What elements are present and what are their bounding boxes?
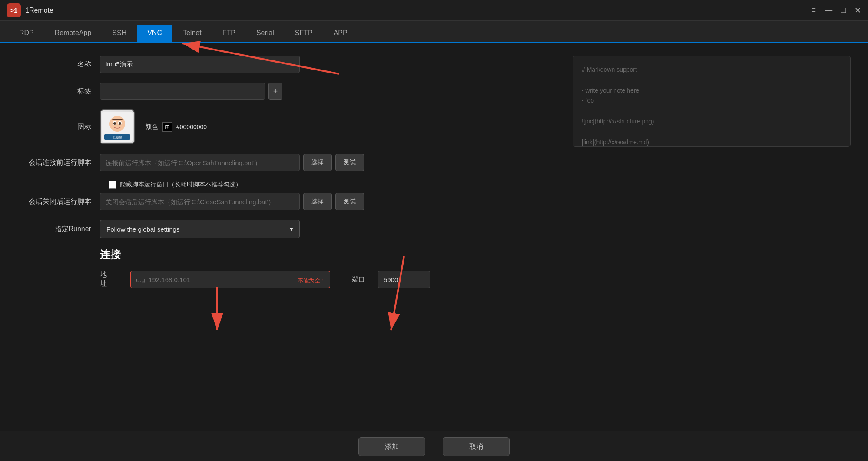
script-after-select-button[interactable]: 选择 bbox=[303, 193, 332, 210]
script-after-test-button[interactable]: 测试 bbox=[335, 193, 364, 210]
window-controls[interactable]: ≡ — □ ✕ bbox=[812, 6, 861, 15]
script-before-section: 会话连接前运行脚本 选择 测试 隐藏脚本运行窗口（长耗时脚本不推荐勾选） bbox=[17, 154, 560, 189]
svg-point-1 bbox=[109, 116, 125, 132]
cancel-button[interactable]: 取消 bbox=[443, 437, 510, 456]
tab-telnet[interactable]: Telnet bbox=[172, 25, 212, 43]
connect-row: 地址 不能为空！ 端口 bbox=[100, 270, 560, 289]
icon-section: 活草屋 颜色 ⊞ #00000000 bbox=[100, 109, 207, 144]
runner-dropdown-icon: ▾ bbox=[290, 225, 293, 233]
script-after-row: 会话关闭后运行脚本 选择 测试 bbox=[17, 193, 560, 210]
name-row: 名称 bbox=[17, 56, 560, 73]
notes-line8: [link](http://x/readme.md) bbox=[582, 137, 841, 148]
script-before-select-button[interactable]: 选择 bbox=[303, 154, 332, 171]
footer-bar: 添加 取消 bbox=[0, 431, 868, 461]
title-bar: >1 1Remote ≡ — □ ✕ bbox=[0, 0, 868, 21]
color-row: 颜色 ⊞ #00000000 bbox=[145, 122, 207, 132]
name-input[interactable] bbox=[100, 56, 300, 73]
hide-window-row: 隐藏脚本运行窗口（长耗时脚本不推荐勾选） bbox=[109, 181, 560, 189]
notes-line4: - foo bbox=[582, 96, 841, 106]
icon-anime-image: 活草屋 bbox=[101, 110, 134, 143]
app-title: 1Remote bbox=[25, 7, 812, 14]
app-logo: >1 bbox=[7, 3, 21, 17]
runner-label: 指定Runner bbox=[17, 225, 100, 234]
main-content: 名称 标签 + 图标 bbox=[0, 43, 868, 431]
tab-rdp[interactable]: RDP bbox=[9, 25, 44, 43]
tab-ftp[interactable]: FTP bbox=[212, 25, 246, 43]
svg-point-4 bbox=[113, 122, 116, 125]
port-input[interactable] bbox=[378, 271, 430, 288]
tab-bar: RDP RemoteApp SSH VNC Telnet FTP Serial … bbox=[0, 21, 868, 43]
notes-line7 bbox=[582, 127, 841, 137]
tag-label: 标签 bbox=[17, 87, 100, 96]
script-after-label: 会话关闭后运行脚本 bbox=[17, 197, 100, 206]
notes-line2 bbox=[582, 75, 841, 86]
notes-panel: # Markdown support - write your note her… bbox=[573, 56, 851, 147]
notes-line5 bbox=[582, 106, 841, 116]
color-value: #00000000 bbox=[176, 123, 207, 130]
tag-input-group: + bbox=[100, 83, 282, 100]
runner-row: 指定Runner Follow the global settings ▾ bbox=[17, 220, 560, 238]
runner-value: Follow the global settings bbox=[106, 226, 179, 233]
runner-select[interactable]: Follow the global settings ▾ bbox=[100, 220, 300, 238]
notes-line3: - write your note here bbox=[582, 86, 841, 96]
hide-window-label: 隐藏脚本运行窗口（长耗时脚本不推荐勾选） bbox=[120, 181, 242, 189]
hide-window-checkbox[interactable] bbox=[109, 181, 116, 189]
connect-title: 连接 bbox=[100, 248, 560, 262]
script-before-row: 会话连接前运行脚本 选择 测试 bbox=[17, 154, 560, 171]
menu-icon[interactable]: ≡ bbox=[812, 6, 816, 15]
address-error-text: 不能为空！ bbox=[298, 277, 326, 285]
tag-row: 标签 + bbox=[17, 83, 560, 100]
maximize-icon[interactable]: □ bbox=[841, 6, 846, 15]
script-before-input-group: 选择 测试 bbox=[100, 154, 364, 171]
name-label: 名称 bbox=[17, 60, 100, 69]
tab-ssh[interactable]: SSH bbox=[102, 25, 137, 43]
connect-section: 连接 地址 不能为空！ 端口 bbox=[100, 248, 560, 289]
color-swatch[interactable]: ⊞ bbox=[162, 122, 172, 132]
script-before-test-button[interactable]: 测试 bbox=[335, 154, 364, 171]
icon-preview[interactable]: 活草屋 bbox=[100, 109, 135, 144]
tab-sftp[interactable]: SFTP bbox=[285, 25, 323, 43]
icon-label: 图标 bbox=[17, 123, 100, 132]
port-label: 端口 bbox=[352, 275, 365, 284]
address-wrapper: 不能为空！ bbox=[130, 271, 330, 288]
address-label: 地址 bbox=[100, 270, 117, 289]
notes-line6: ![pic](http://x/structure.png) bbox=[582, 116, 841, 127]
tab-app[interactable]: APP bbox=[323, 25, 358, 43]
tag-add-button[interactable]: + bbox=[268, 83, 282, 100]
script-after-input[interactable] bbox=[100, 193, 300, 210]
add-button[interactable]: 添加 bbox=[358, 437, 425, 456]
script-before-input[interactable] bbox=[100, 154, 300, 171]
svg-point-5 bbox=[119, 122, 121, 125]
svg-text:活草屋: 活草屋 bbox=[113, 136, 122, 139]
script-after-input-group: 选择 测试 bbox=[100, 193, 364, 210]
tag-input[interactable] bbox=[100, 83, 265, 100]
color-label: 颜色 bbox=[145, 123, 158, 131]
tab-remoteapp[interactable]: RemoteApp bbox=[44, 25, 102, 43]
close-icon[interactable]: ✕ bbox=[855, 6, 861, 15]
tab-serial[interactable]: Serial bbox=[246, 25, 285, 43]
tab-vnc[interactable]: VNC bbox=[137, 25, 172, 43]
icon-row: 图标 bbox=[17, 109, 560, 144]
notes-line1: # Markdown support bbox=[582, 65, 841, 75]
form-section: 名称 标签 + 图标 bbox=[17, 56, 560, 418]
script-before-label: 会话连接前运行脚本 bbox=[17, 158, 100, 167]
minimize-icon[interactable]: — bbox=[825, 6, 832, 15]
